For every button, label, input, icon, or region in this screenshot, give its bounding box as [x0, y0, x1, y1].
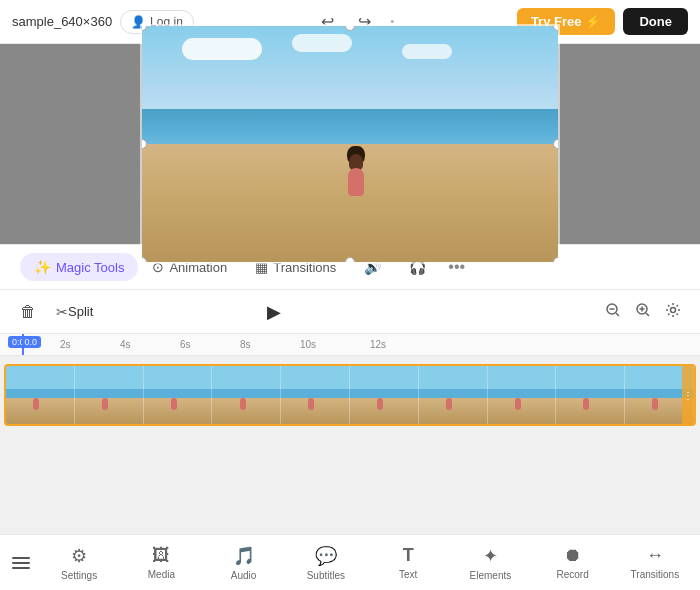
cloud2 — [292, 34, 352, 52]
zoom-out-icon — [605, 302, 621, 318]
time-marker-2s: 2s — [60, 339, 71, 350]
zoom-out-button[interactable] — [600, 299, 626, 324]
bottom-navigation: ⚙ Settings 🖼 Media 🎵 Audio 💬 Subtitles T… — [0, 534, 700, 590]
text-icon: T — [403, 545, 414, 566]
preview-area: ↻ — [0, 44, 700, 244]
thumb-9 — [556, 366, 625, 424]
nav-item-text[interactable]: T Text — [367, 539, 449, 586]
menu-button[interactable] — [4, 549, 38, 577]
delete-button[interactable]: 🗑 — [14, 299, 42, 325]
time-marker-4s: 4s — [120, 339, 131, 350]
done-label: Done — [639, 14, 672, 29]
menu-line-2 — [12, 562, 30, 564]
zoom-in-button[interactable] — [630, 299, 656, 324]
menu-line-3 — [12, 567, 30, 569]
audio-nav-icon: 🎵 — [233, 545, 255, 567]
thumb-1 — [6, 366, 75, 424]
timeline-settings-button[interactable] — [660, 299, 686, 324]
timeline: 0:00.0 2s 4s 6s 8s 10s 12s ⋮ ⋮ — [0, 334, 700, 534]
thumb-7 — [419, 366, 488, 424]
nav-label-audio: Audio — [231, 570, 257, 581]
time-marker-12s: 12s — [370, 339, 386, 350]
magic-tools-icon: ✨ — [34, 259, 51, 275]
track-thumbnails — [6, 366, 694, 424]
nav-label-record: Record — [557, 569, 589, 580]
nav-label-text: Text — [399, 569, 417, 580]
bolt-icon: ⚡ — [585, 14, 601, 29]
svg-line-2 — [616, 313, 619, 316]
cloud1 — [182, 38, 262, 60]
zoom-in-icon — [635, 302, 651, 318]
magic-tools-tab[interactable]: ✨ Magic Tools — [20, 253, 138, 281]
person-body — [348, 168, 364, 196]
thumb-5 — [281, 366, 350, 424]
editor-controls: 🗑 ✂ Split ▶ — [0, 290, 700, 334]
nav-label-media: Media — [148, 569, 175, 580]
nav-label-subtitles: Subtitles — [307, 570, 345, 581]
filename-label: sample_640×360 — [12, 14, 112, 29]
time-marker-6s: 6s — [180, 339, 191, 350]
resize-handle-mr[interactable] — [553, 139, 560, 149]
play-icon: ▶ — [267, 302, 281, 322]
time-cursor — [22, 334, 24, 355]
svg-line-6 — [646, 313, 649, 316]
nav-item-record[interactable]: ⏺ Record — [532, 539, 614, 586]
resize-handle-bl[interactable] — [140, 257, 147, 264]
resize-handle-br[interactable] — [553, 257, 560, 264]
track-handle-right[interactable]: ⋮ — [682, 366, 694, 424]
settings-icon: ⚙ — [71, 545, 87, 567]
nav-item-transitions[interactable]: ↔ Transitions — [614, 539, 696, 586]
timeline-ruler: 0:00.0 2s 4s 6s 8s 10s 12s — [0, 334, 700, 356]
thumb-8 — [488, 366, 557, 424]
nav-label-elements: Elements — [470, 570, 512, 581]
thumb-6 — [350, 366, 419, 424]
nav-item-media[interactable]: 🖼 Media — [120, 539, 202, 586]
thumb-2 — [75, 366, 144, 424]
gear-icon — [665, 302, 681, 318]
video-track[interactable]: ⋮ ⋮ — [4, 364, 696, 426]
video-frame[interactable]: ↻ — [140, 24, 560, 264]
media-icon: 🖼 — [152, 545, 170, 566]
split-button[interactable]: ✂ Split — [50, 300, 99, 324]
split-icon: ✂ — [56, 304, 68, 320]
resize-handle-bc[interactable] — [345, 257, 355, 264]
thumb-3 — [144, 366, 213, 424]
nav-item-audio[interactable]: 🎵 Audio — [203, 539, 285, 587]
menu-line-1 — [12, 557, 30, 559]
zoom-controls — [600, 299, 686, 324]
cloud3 — [402, 44, 452, 59]
nav-item-subtitles[interactable]: 💬 Subtitles — [285, 539, 367, 587]
split-label: Split — [68, 304, 93, 319]
thumb-4 — [212, 366, 281, 424]
nav-label-transitions: Transitions — [631, 569, 680, 580]
elements-icon: ✦ — [483, 545, 498, 567]
done-button[interactable]: Done — [623, 8, 688, 35]
time-marker-10s: 10s — [300, 339, 316, 350]
subtitles-icon: 💬 — [315, 545, 337, 567]
nav-label-settings: Settings — [61, 570, 97, 581]
person-figure — [342, 146, 370, 196]
nav-item-elements[interactable]: ✦ Elements — [449, 539, 531, 587]
nav-item-settings[interactable]: ⚙ Settings — [38, 539, 120, 587]
svg-point-7 — [670, 308, 675, 313]
resize-handle-tr[interactable] — [553, 24, 560, 31]
magic-tools-label: Magic Tools — [56, 260, 124, 275]
time-cursor-badge: 0:00.0 — [8, 336, 41, 348]
time-marker-8s: 8s — [240, 339, 251, 350]
delete-icon: 🗑 — [20, 303, 36, 321]
transitions-nav-icon: ↔ — [646, 545, 664, 566]
play-button[interactable]: ▶ — [259, 297, 289, 327]
track-area: ⋮ ⋮ — [0, 356, 700, 534]
record-icon: ⏺ — [564, 545, 582, 566]
